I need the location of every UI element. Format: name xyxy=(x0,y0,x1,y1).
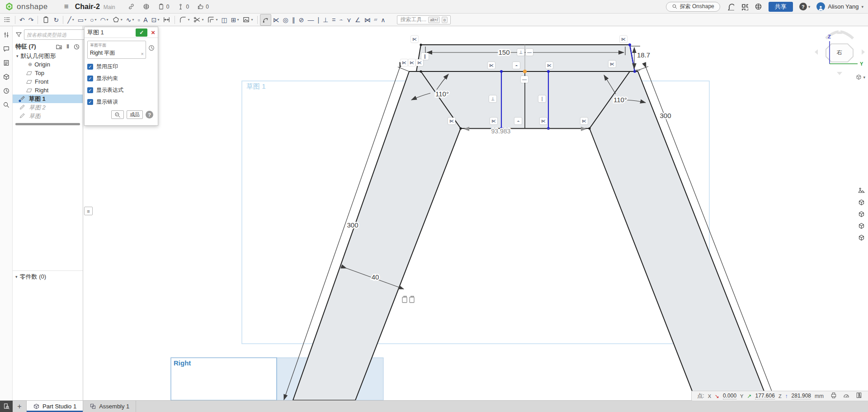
chevron-down-icon[interactable]: ▾ xyxy=(85,18,86,22)
sketch-tools-button[interactable] xyxy=(111,110,124,119)
view-preset-icon-1[interactable] xyxy=(856,197,866,207)
checkbox-checked-icon[interactable]: ✓ xyxy=(87,64,93,70)
add-tab-button[interactable]: + xyxy=(13,401,26,412)
selection-history-icon[interactable] xyxy=(148,44,155,52)
redo-button[interactable]: ↷ xyxy=(27,14,35,25)
chevron-down-icon[interactable]: ▾ xyxy=(202,18,203,22)
checkbox-checked-icon[interactable]: ✓ xyxy=(87,76,93,81)
clear-selection-icon[interactable]: × xyxy=(141,51,144,57)
tab-manager-button[interactable] xyxy=(0,401,13,412)
help-menu[interactable]: ?▾ xyxy=(799,3,811,10)
pattern-tool[interactable]: ⊞▾ xyxy=(230,14,241,25)
sketch-plane-field[interactable]: 草图平面 Right 平面 × xyxy=(87,41,146,59)
configurations-icon[interactable] xyxy=(1,30,11,40)
use-convert-tool[interactable]: ⊡▾ xyxy=(150,14,161,25)
confirm-button[interactable]: ✓ xyxy=(136,28,147,37)
cancel-icon[interactable]: × xyxy=(151,28,155,36)
main-menu-icon[interactable]: ≡ xyxy=(64,2,69,11)
chevron-down-icon[interactable]: ▾ xyxy=(188,18,189,22)
view-preset-icon-3[interactable] xyxy=(856,221,866,231)
printer-icon[interactable] xyxy=(830,392,837,400)
suspend-icon[interactable]: ‖ xyxy=(66,43,69,50)
feature-filter-input[interactable] xyxy=(24,29,94,40)
line-tool[interactable]: ╱▾ xyxy=(66,14,75,25)
symmetric-constraint[interactable]: ⋈ xyxy=(363,14,372,25)
history-icon[interactable] xyxy=(1,86,11,96)
trim-tool[interactable]: ▾ xyxy=(192,14,205,25)
view-preset-icon-2[interactable] xyxy=(856,209,866,219)
undo-button[interactable]: ↶ xyxy=(18,14,26,25)
tab-part-studio-1[interactable]: Part Studio 1 xyxy=(26,401,83,412)
share-button[interactable]: 共享 xyxy=(769,2,793,12)
x-coordinate[interactable]: 0.000 xyxy=(723,393,736,399)
curvature-constraint[interactable]: ∧ xyxy=(379,14,387,25)
tree-item-草图[interactable]: 草图 xyxy=(13,112,83,120)
text-tool[interactable]: A xyxy=(142,14,149,25)
link-icon[interactable] xyxy=(128,3,135,10)
language-globe-icon[interactable] xyxy=(755,3,762,10)
tree-item-front[interactable]: Front xyxy=(13,77,83,86)
chevron-down-icon[interactable]: ▾ xyxy=(251,18,253,22)
notifications-bell-icon[interactable] xyxy=(726,3,734,10)
tree-item-right[interactable]: Right xyxy=(13,86,83,95)
rectangle-tool[interactable]: ▭▾ xyxy=(76,14,88,25)
copies-icon[interactable]: 0 xyxy=(158,3,170,10)
sketch-dialog-header[interactable]: 草图 1 ✓ × xyxy=(85,27,158,38)
dialog-help-icon[interactable]: ? xyxy=(146,111,153,118)
dimensions-panel-toggle[interactable]: ≡ xyxy=(84,207,93,215)
versions-icon[interactable] xyxy=(1,72,11,82)
insert-image-tool[interactable]: ▾ xyxy=(241,14,254,25)
comments-icon[interactable] xyxy=(1,44,11,54)
option-row-3[interactable]: ✓显示错误 xyxy=(87,98,155,106)
z-coordinate[interactable]: 281.908 xyxy=(792,393,811,399)
parts-section[interactable]: ▾ 零件数 (0) xyxy=(13,270,83,283)
spline-tool[interactable]: ∿▾ xyxy=(125,14,136,25)
active-sketch-tool[interactable] xyxy=(260,14,271,25)
explore-onshape-button[interactable]: 探索 Onshape xyxy=(666,2,720,12)
transform-tool[interactable]: ↻ xyxy=(52,14,60,25)
chevron-down-icon[interactable]: ▾ xyxy=(121,18,123,22)
offset-tool[interactable]: ▾ xyxy=(206,14,219,25)
point-tool[interactable]: ▫ xyxy=(136,14,141,25)
midpoint-constraint[interactable]: -•- xyxy=(338,14,344,25)
scale-icon[interactable] xyxy=(855,392,863,400)
mirror-tool[interactable]: ◫ xyxy=(220,14,229,25)
tree-item-草图-1[interactable]: 草图 1 xyxy=(13,95,83,103)
tree-item-默认几何图形[interactable]: ▾默认几何图形 xyxy=(13,52,83,60)
chevron-down-icon[interactable]: ▾ xyxy=(216,18,217,22)
app-store-icon[interactable] xyxy=(741,3,748,10)
search-icon[interactable] xyxy=(1,100,11,110)
coincident-constraint[interactable]: ⋉ xyxy=(272,14,281,25)
option-row-1[interactable]: ✓显示约束 xyxy=(87,75,155,82)
option-row-0[interactable]: ✓禁用压印 xyxy=(87,63,155,71)
perpendicular-constraint[interactable]: ⊥ xyxy=(321,14,330,25)
chevron-down-icon[interactable]: ▾ xyxy=(107,18,108,22)
vertical-constraint[interactable]: | xyxy=(316,14,321,25)
checkbox-checked-icon[interactable]: ✓ xyxy=(87,99,93,105)
concentric-constraint[interactable]: ◎ xyxy=(282,14,290,25)
normal-constraint[interactable]: ⋎ xyxy=(345,14,353,25)
followers-icon[interactable]: 0 xyxy=(177,3,189,10)
horizontal-constraint[interactable]: — xyxy=(306,14,315,25)
tree-item-top[interactable]: Top xyxy=(13,69,83,77)
tab-assembly-1[interactable]: Assembly 1 xyxy=(83,401,136,412)
chevron-down-icon[interactable]: ▾ xyxy=(132,18,134,22)
new-folder-icon[interactable] xyxy=(56,43,62,50)
notes-icon[interactable] xyxy=(1,58,11,68)
fillet-tool[interactable]: ▾ xyxy=(178,14,191,25)
checkbox-checked-icon[interactable]: ✓ xyxy=(87,87,93,93)
fix-constraint[interactable]: /// xyxy=(373,14,378,25)
chevron-down-icon[interactable]: ▾ xyxy=(237,18,239,22)
tree-item-origin[interactable]: ⊕Origin xyxy=(13,60,83,69)
dimension-tool[interactable] xyxy=(161,14,172,25)
copy-tool[interactable] xyxy=(41,14,51,25)
sketch-profile[interactable] xyxy=(293,43,768,400)
chevron-down-icon[interactable]: ▾ xyxy=(16,54,19,58)
view-cube[interactable]: 右 Z Y ▾ xyxy=(811,28,868,78)
feature-list-toggle[interactable] xyxy=(2,14,12,25)
view-cube-menu[interactable]: ▾ xyxy=(855,74,865,81)
view-preset-icon-4[interactable] xyxy=(856,232,866,242)
tangent-constraint[interactable]: ⊘ xyxy=(297,14,306,25)
onshape-logo[interactable]: onshape xyxy=(5,2,48,11)
public-icon[interactable] xyxy=(143,3,150,10)
